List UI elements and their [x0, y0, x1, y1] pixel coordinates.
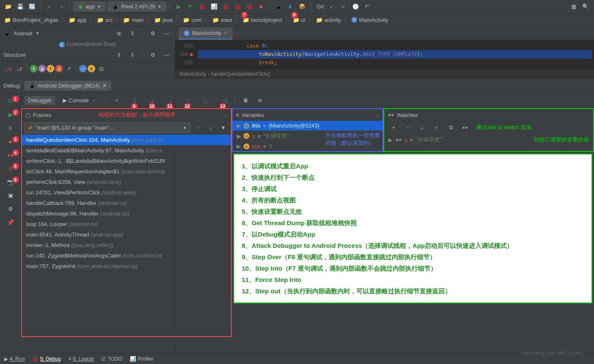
frame-item[interactable]: main:767, ZygoteInit (com.android.intern… [22, 261, 231, 271]
hide-icon[interactable]: — [161, 28, 171, 38]
code-editor[interactable]: 103 104● 105 case 0: toNaviActivity(Navi… [175, 40, 594, 69]
drop-frame-icon[interactable]: ⬚ [201, 96, 211, 106]
field-icon[interactable]: f [47, 65, 54, 72]
down-watch-icon[interactable]: ▼ [431, 122, 441, 133]
crumb-activity[interactable]: 📁activity [316, 17, 341, 23]
watch-row[interactable]: ▶ 👓 q = "全场导览" 到自己观察的变量的值 [384, 134, 593, 145]
pin-icon[interactable]: 📌 [5, 218, 16, 227]
evaluate-icon[interactable]: 🖩 [241, 96, 251, 106]
rerun-icon[interactable]: ↻1 [5, 96, 16, 106]
frame-item[interactable]: invoke:-1, Method (java.lang.reflect) [22, 240, 231, 250]
collapse-icon[interactable]: ⇕ [114, 50, 124, 60]
sort-alpha-icon[interactable]: ↓a [3, 64, 13, 74]
crumb-class[interactable]: CMainActivity [351, 17, 388, 23]
frame-item[interactable]: main:6541, ActivityThread (android.app) [22, 229, 231, 240]
layout-icon[interactable]: ▣ [5, 191, 16, 200]
coverage-icon[interactable]: 🐞 [221, 2, 231, 12]
expand-icon[interactable]: ⇕ [127, 28, 137, 38]
git-update-icon[interactable]: ↙ [327, 2, 337, 12]
tab-mainactivity[interactable]: C MainActivity ✕ [179, 27, 233, 40]
close-icon[interactable]: ✕ [224, 30, 227, 36]
attach-debugger-icon[interactable]: 🐞 [244, 2, 254, 12]
lock-icon[interactable]: 🔒 [55, 65, 63, 72]
step-into-icon[interactable]: ↓10 [148, 96, 158, 106]
mute-breakpoints-icon[interactable]: ⊘5 [5, 164, 16, 173]
inherited-icon[interactable]: ↗ [64, 64, 74, 74]
variable-row[interactable]: ▶≡this = {MainActivity@5243} [233, 121, 383, 130]
resource-icon[interactable]: 📦 [297, 2, 307, 12]
property-icon[interactable]: p [38, 65, 46, 72]
anon-icon[interactable]: ⊟ [96, 64, 106, 74]
stop-icon[interactable]: ■ [256, 2, 266, 12]
close-icon[interactable]: ✕ [102, 82, 107, 89]
forward-icon[interactable]: → [56, 2, 66, 12]
back-icon[interactable]: ← [44, 2, 54, 12]
crumb-src[interactable]: 📁src [97, 17, 112, 23]
run-tab[interactable]: ▶ 4: Run [4, 356, 24, 362]
stop-debug-icon[interactable]: ■3 [5, 137, 16, 146]
breakpoints-icon[interactable]: ●●4 [5, 150, 16, 159]
avd-icon[interactable]: 📱 [273, 2, 284, 12]
thread-selector[interactable]: ✔ "main"@5,133 in group "main":... ▼ [24, 122, 190, 133]
debugger-tab[interactable]: Debugger [24, 96, 55, 105]
sort-visibility-icon[interactable]: ↓z [14, 64, 24, 74]
logcat-tab[interactable]: ≡ 6: Logcat [68, 356, 94, 362]
settings-icon[interactable]: ⚙ [5, 204, 16, 213]
custom-toast-item[interactable]: C CustomBottomToast [0, 40, 175, 48]
step-over-icon[interactable]: ⤵9 [130, 96, 140, 106]
next-frame-icon[interactable]: ↓ [206, 123, 216, 133]
hide-icon[interactable]: — [161, 50, 171, 60]
frame-item[interactable]: onItemClick:-1, -$$Lambda$MainActivity$q… [22, 156, 231, 166]
device-dropdown[interactable]: 📱 Pixel 2 API 26 ▼ [107, 2, 166, 11]
profile-icon[interactable]: 📊 [209, 2, 219, 12]
search-icon[interactable]: 🔍 [581, 2, 591, 12]
show-exec-icon[interactable]: ≡ [112, 96, 122, 106]
profiler-tab[interactable]: 📊 Profiler [130, 356, 154, 362]
code-breadcrumb[interactable]: MainActivity › handleQuestionItemClick() [175, 69, 594, 79]
git-commit-icon[interactable]: ✔ [339, 2, 349, 12]
target-icon[interactable]: ⊕ [114, 28, 124, 38]
expand2-icon[interactable]: ⇕ [127, 50, 137, 60]
frame-item[interactable]: handleQuestionItemClick:104, MainActivit… [22, 135, 231, 145]
crumb-java[interactable]: 📁java [154, 17, 173, 23]
sdk-icon[interactable]: ⬇ [285, 2, 295, 12]
debug-tab[interactable]: 🐞 5: Debug [32, 356, 61, 362]
debug-session-tab[interactable]: 📱 Android Debugger (8624) ✕ [24, 81, 111, 90]
step-out-icon[interactable]: ↑12 [183, 96, 193, 106]
glasses2-icon[interactable]: 👓 [460, 122, 470, 133]
save-icon[interactable]: 💾 [15, 2, 25, 12]
frame-item[interactable]: run:240, Zygote$MethodAndArgsCaller (com… [22, 250, 231, 261]
frame-item[interactable]: performClick:6256, View (android.view) [22, 177, 231, 187]
frame-item[interactable]: lambda$initData$0$MainActivity:97, MainA… [22, 145, 231, 156]
crumb-ui[interactable]: 📁ui8 [293, 17, 305, 23]
crumb-app[interactable]: 📁app [69, 17, 86, 23]
git-revert-icon[interactable]: ↶ [362, 2, 372, 12]
git-history-icon[interactable]: 🕐 [351, 2, 361, 12]
code-content[interactable]: case 0: toNaviActivity(NavigationActivit… [196, 40, 594, 69]
up-watch-icon[interactable]: ▲ [417, 122, 427, 133]
crumb-main[interactable]: 📁main [123, 17, 143, 23]
attach-icon[interactable]: 🐞 [233, 2, 243, 12]
run-icon[interactable]: ▶ [174, 2, 184, 12]
trace-icon[interactable]: ≋ [255, 96, 265, 106]
frame-item[interactable]: loop:164, Looper (android.os) [22, 219, 231, 229]
pause-icon[interactable]: ⏸ [5, 123, 16, 133]
todo-tab[interactable]: ☑ TODO [101, 356, 122, 362]
force-step-into-icon[interactable]: ↓11 [166, 96, 176, 106]
copy-watch-icon[interactable]: ⧉ [446, 122, 456, 133]
apply-changes-icon[interactable]: ⟳ [185, 2, 195, 12]
lambda-icon[interactable]: λ [88, 65, 95, 72]
frame-item[interactable]: dispatchMessage:98, Handler (android.os) [22, 208, 231, 219]
frame-item[interactable]: handleCallback:789, Handler (android.os) [22, 198, 231, 208]
crumb-com[interactable]: 📁com [183, 17, 202, 23]
debug-icon[interactable]: 🐞 [197, 2, 207, 12]
run-to-cursor-icon[interactable]: →|13 [219, 96, 229, 106]
console-tab[interactable]: ▶ Console → [59, 96, 99, 105]
resume-icon[interactable]: ▶2 [5, 110, 16, 119]
sync-icon[interactable]: 🔄 [27, 2, 37, 12]
interface-icon[interactable]: I [30, 65, 37, 72]
frame-item[interactable]: onClick:48, MainRequestionAdapter$1 (com… [22, 166, 231, 177]
gear-icon[interactable]: ⚙ [148, 50, 158, 60]
frame-item[interactable]: run:24701, View$PerformClick (android.vi… [22, 187, 231, 198]
thread-dump-icon[interactable]: 📷6 [5, 177, 16, 186]
